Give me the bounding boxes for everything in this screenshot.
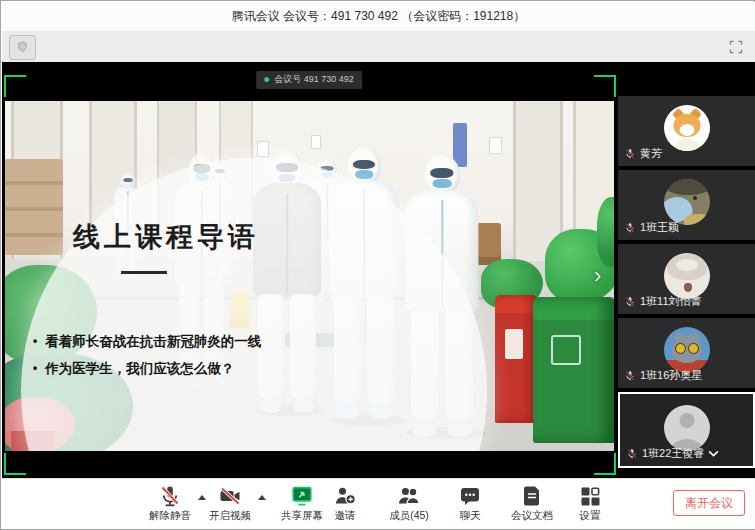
red-trash-bin (495, 295, 537, 423)
participant-tile[interactable]: 1班王颖 (618, 170, 755, 240)
chat-bubble-icon (457, 484, 483, 508)
participant-tile[interactable]: 1班11刘怡菁 (618, 244, 755, 314)
cat-glasses-avatar (664, 327, 710, 373)
default-person-avatar (664, 405, 710, 451)
unmute-button[interactable]: 解除静音 (144, 484, 196, 528)
muted-mic-icon (624, 222, 636, 234)
start-video-button[interactable]: 开启视频 (204, 484, 256, 528)
chevron-down-icon[interactable] (708, 450, 719, 457)
participant-name: 1班16孙奥星 (640, 368, 702, 383)
muted-mic-icon (157, 484, 183, 508)
fullscreen-icon (728, 39, 744, 55)
camera-options-caret[interactable] (258, 495, 266, 500)
muted-mic-icon (624, 370, 636, 382)
participant-name: 1班王颖 (640, 220, 679, 235)
slide-divider (121, 271, 167, 274)
title-bar: 腾讯会议 会议号：491 730 492 （会议密码：191218） (2, 2, 755, 32)
green-bag (597, 197, 614, 267)
settings-grid-icon (577, 484, 603, 508)
participant-name: 1班22王俊睿 (642, 446, 704, 461)
settings-button[interactable]: 设置 (564, 484, 616, 528)
members-button[interactable]: 成员(45) (383, 484, 435, 528)
anime-sketch-avatar (664, 253, 710, 299)
participants-sidebar: 黄芳 1班王颖 (618, 62, 755, 478)
muted-camera-icon (217, 484, 243, 508)
participant-tile[interactable]: 黄芳 (618, 96, 755, 166)
share-frame-corner (594, 75, 616, 97)
slide-bullet: • 作为医学生，我们应该怎么做？ (33, 360, 234, 378)
invite-person-icon (332, 484, 358, 508)
bottom-toolbar: 解除静音 开启视频 共享屏幕 (2, 478, 755, 529)
muted-mic-icon (624, 296, 636, 308)
document-icon (520, 484, 544, 508)
slide-bullet: • 看着师长奋战在抗击新冠肺炎的一线 (33, 333, 261, 351)
sidebar-collapse-arrow[interactable]: › (594, 265, 601, 287)
muted-mic-icon (624, 148, 636, 160)
muted-mic-icon (626, 448, 638, 460)
cardboard-boxes (5, 159, 63, 255)
invite-button[interactable]: 邀请 (319, 484, 371, 528)
participant-name: 黄芳 (640, 146, 662, 161)
share-screen-icon (289, 484, 315, 508)
recording-dot (264, 77, 269, 82)
masked-portrait-avatar (664, 179, 710, 225)
green-trash-bin (533, 297, 614, 443)
share-frame-corner (4, 453, 26, 475)
share-frame-corner (594, 453, 616, 475)
sub-bar (2, 32, 755, 62)
main-area: 会议号 491 730 492 (2, 62, 755, 478)
chat-button[interactable]: 聊天 (444, 484, 496, 528)
participant-tile[interactable]: 1班16孙奥星 (618, 318, 755, 388)
meeting-docs-button[interactable]: 会议文档 (506, 484, 558, 528)
shield-icon (15, 40, 30, 55)
members-icon (395, 484, 423, 508)
meeting-id-badge: 会议号 491 730 492 (256, 71, 362, 89)
share-frame-corner (4, 75, 26, 97)
leave-meeting-button[interactable]: 离开会议 (673, 490, 745, 516)
meeting-security-button[interactable] (9, 35, 36, 60)
participant-tile-selected[interactable]: 1班22王俊睿 (618, 392, 755, 468)
shared-slide: 线上课程导语 • 看着师长奋战在抗击新冠肺炎的一线 • 作为医学生，我们应该怎么… (5, 101, 614, 451)
fullscreen-button[interactable] (725, 36, 747, 58)
meeting-title: 腾讯会议 会议号：491 730 492 （会议密码：191218） (232, 8, 525, 25)
shared-screen-stage: 会议号 491 730 492 (2, 62, 616, 478)
participant-name: 1班11刘怡菁 (640, 294, 702, 309)
corgi-avatar (664, 105, 710, 151)
slide-title: 线上课程导语 (73, 219, 259, 255)
meeting-window: 腾讯会议 会议号：491 730 492 （会议密码：191218） 会议号 4… (0, 0, 755, 530)
